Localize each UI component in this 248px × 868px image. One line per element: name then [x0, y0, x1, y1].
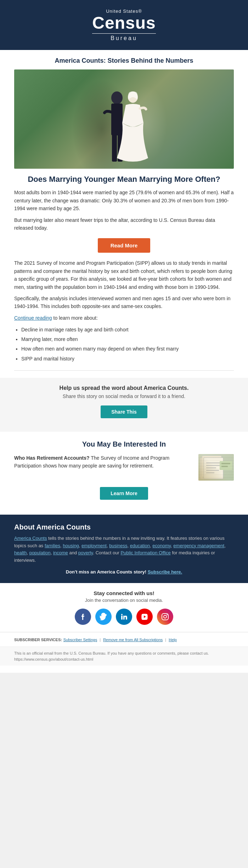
bullet-list: Decline in marriage rates by age and bir…	[21, 325, 234, 363]
share-title: Help us spread the word about America Co…	[14, 385, 234, 391]
article-extended-1: The 2021 Survey of Income and Program Pa…	[14, 259, 234, 291]
svg-rect-8	[204, 458, 223, 479]
share-section: Help us spread the word about America Co…	[0, 378, 248, 432]
subscriber-label: SUBSCRIBER SERVICES:	[14, 638, 62, 642]
about-link-business[interactable]: business	[109, 543, 127, 548]
about-link-america-counts[interactable]: America Counts	[14, 536, 47, 541]
social-title: Stay connected with us!	[14, 590, 234, 596]
svg-point-1	[111, 91, 123, 104]
bullet-item-2: Marrying later, more often	[21, 335, 234, 344]
about-link-income[interactable]: income	[53, 550, 68, 555]
read-more-button[interactable]: Read More	[98, 238, 151, 253]
main-content: America Counts: Stories Behind the Numbe…	[0, 50, 248, 673]
continue-reading-intro: Continue reading to learn more about:	[14, 314, 234, 322]
svg-rect-6	[200, 458, 220, 479]
census-logo: United States® Census Bureau	[92, 9, 156, 41]
about-link-housing[interactable]: housing	[63, 543, 79, 548]
about-link-emergency[interactable]: emergency management	[173, 543, 224, 548]
svg-rect-7	[202, 456, 221, 477]
social-subtitle: Join the conversation on social media.	[14, 598, 234, 603]
article-body-2: But marrying later also meant fewer trip…	[14, 216, 234, 232]
about-subscribe: Don't miss an America Counts story! Subs…	[14, 569, 234, 575]
svg-rect-3	[112, 133, 117, 162]
about-link-population[interactable]: population	[29, 550, 51, 555]
interested-item-image	[198, 454, 234, 481]
logo-bureau-text: Bureau	[92, 33, 156, 41]
subscriber-help-link[interactable]: Help	[169, 638, 177, 642]
logo-census-text: Census	[92, 14, 156, 33]
learn-more-button[interactable]: Learn More	[100, 487, 148, 500]
logo-united-states: United States®	[106, 9, 142, 14]
divider-1	[14, 370, 234, 371]
svg-point-19	[167, 614, 168, 615]
about-link-poverty[interactable]: poverty	[78, 550, 93, 555]
bullet-item-3: How often men and women marry may depend…	[21, 345, 234, 353]
interested-item: Who Has Retirement Accounts? The Survey …	[14, 454, 234, 481]
subscribe-link[interactable]: Subscribe here.	[148, 569, 182, 575]
hero-image-container	[14, 69, 234, 169]
share-subtitle: Share this story on social media or forw…	[14, 393, 234, 399]
svg-rect-14	[220, 461, 232, 470]
about-title: About America Counts	[14, 523, 234, 531]
instagram-icon[interactable]	[157, 609, 173, 625]
subscriber-settings-link[interactable]: Subscriber Settings	[63, 638, 97, 642]
newsletter-title: America Counts: Stories Behind the Numbe…	[14, 57, 234, 65]
social-icons-container	[14, 609, 234, 625]
article-extended-2: Specifically, the analysis includes inte…	[14, 295, 234, 310]
continue-reading-link[interactable]: Continue reading	[14, 315, 52, 321]
share-btn-container: Share This	[14, 405, 234, 418]
read-more-container: Read More	[14, 238, 234, 253]
subscribe-prefix: Don't miss an America Counts story!	[66, 569, 148, 575]
svg-point-18	[164, 615, 167, 618]
article-heading: Does Marrying Younger Mean Marrying More…	[14, 174, 234, 185]
wedding-couple-svg	[92, 87, 156, 169]
about-link-education[interactable]: education	[130, 543, 150, 548]
svg-rect-2	[111, 103, 123, 135]
interested-image-svg	[198, 454, 234, 481]
footer-note: This is an official email from the U.S. …	[0, 646, 248, 666]
subscriber-remove-link[interactable]: Remove me from All Subscriptions	[103, 638, 163, 642]
social-section: Stay connected with us! Join the convers…	[0, 583, 248, 632]
interested-title: You May Be Interested In	[14, 440, 234, 448]
facebook-icon[interactable]	[75, 609, 91, 625]
about-link-health[interactable]: health	[14, 550, 27, 555]
footer-text: This is an official email from the U.S. …	[14, 650, 234, 662]
about-link-families[interactable]: families	[45, 543, 60, 548]
learn-more-container: Learn More	[14, 487, 234, 500]
linkedin-icon[interactable]	[116, 609, 132, 625]
interested-item-text: Who Has Retirement Accounts? The Survey …	[14, 454, 193, 470]
twitter-icon[interactable]	[95, 609, 112, 625]
svg-rect-16	[221, 466, 228, 467]
interested-item-title: Who Has Retirement Accounts?	[14, 455, 90, 461]
about-link-pio[interactable]: Public Information Office	[120, 550, 170, 555]
subscriber-links: Subscriber Settings | Remove me from All…	[63, 638, 177, 642]
about-link-employment[interactable]: employment	[81, 543, 107, 548]
header: United States® Census Bureau	[0, 0, 248, 50]
article-body-1: Most adults born in 1940-1944 were marri…	[14, 189, 234, 212]
subscriber-section: SUBSCRIBER SERVICES: Subscriber Settings…	[0, 632, 248, 646]
bullet-item-1: Decline in marriage rates by age and bir…	[21, 325, 234, 334]
interested-section: You May Be Interested In Who Has Retirem…	[0, 432, 248, 515]
svg-rect-15	[221, 463, 230, 464]
about-section: About America Counts America Counts tell…	[0, 515, 248, 583]
hero-image	[14, 69, 234, 169]
about-link-economy[interactable]: economy	[152, 543, 171, 548]
continue-reading-suffix: to learn more about:	[52, 315, 98, 321]
share-this-button[interactable]: Share This	[101, 405, 147, 418]
bullet-item-4: SIPP and marital history	[21, 354, 234, 363]
about-text: America Counts tells the stories behind …	[14, 535, 234, 564]
youtube-icon[interactable]	[136, 609, 153, 625]
